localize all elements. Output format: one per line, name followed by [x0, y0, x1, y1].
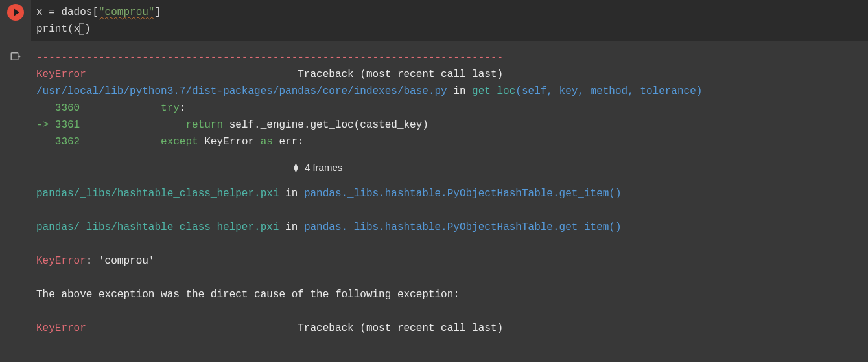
svg-rect-0: [11, 53, 18, 60]
text: :: [180, 102, 186, 114]
call-name: pandas._libs.hashtable.PyObjectHashTable…: [304, 221, 622, 233]
code-cell: x = dados["comprou"] print(x): [0, 0, 868, 41]
code-text: ]: [154, 6, 161, 18]
code-string: "comprou": [99, 6, 154, 18]
error-name: KeyError: [36, 255, 86, 267]
play-icon: [14, 8, 19, 16]
call-name: pandas._libs.hashtable.PyObjectHashTable…: [304, 188, 622, 199]
output-cell: ----------------------------------------…: [0, 49, 868, 342]
line-number-current: -> 3361: [36, 119, 80, 131]
code-text: self._engine.get_loc(casted_key): [223, 119, 428, 131]
code-text: err:: [273, 136, 304, 148]
divider-line: [36, 168, 286, 168]
source-link[interactable]: /usr/local/lib/python3.7/dist-packages/p…: [36, 85, 447, 97]
text: in: [279, 188, 303, 199]
output-area: ----------------------------------------…: [31, 49, 868, 342]
indent: [80, 119, 185, 131]
error-name: KeyError: [36, 322, 86, 334]
line-number: 3362: [36, 136, 80, 148]
divider-line: [349, 168, 824, 168]
traceback-divider: ----------------------------------------…: [36, 52, 503, 63]
function-sig: (self, key, method, tolerance): [515, 85, 702, 97]
keyword: as: [254, 136, 273, 148]
frames-count: 4 frames: [305, 159, 342, 176]
expand-collapse-icon: ▲▼: [292, 163, 299, 172]
line-number: 3360: [36, 102, 80, 114]
frames-label-group[interactable]: ▲▼4 frames: [286, 159, 349, 176]
error-name: KeyError: [36, 69, 86, 80]
code-text: x = dados[: [36, 6, 99, 18]
indent: [80, 102, 161, 114]
clear-output-icon[interactable]: [10, 51, 21, 342]
keyword: except: [161, 136, 198, 148]
traceback-label: Traceback (most recent call last): [298, 322, 503, 334]
keyword: try: [161, 102, 180, 114]
code-paren: (: [67, 23, 74, 35]
traceback-label: Traceback (most recent call last): [298, 69, 503, 80]
code-fn: print: [36, 23, 67, 35]
keyword: return: [185, 119, 223, 131]
code-editor[interactable]: x = dados["comprou"] print(x): [31, 0, 868, 41]
source-path: pandas/_libs/hashtable_class_helper.pxi: [36, 188, 279, 199]
exception-type: KeyError: [204, 136, 254, 148]
cause-text: The above exception was the direct cause…: [36, 289, 460, 300]
source-path: pandas/_libs/hashtable_class_helper.pxi: [36, 221, 279, 233]
text: in: [447, 85, 472, 97]
spacer: [86, 69, 298, 80]
run-button[interactable]: [7, 4, 24, 21]
output-gutter: [0, 49, 31, 342]
text: in: [279, 221, 303, 233]
spacer: [86, 322, 298, 334]
cell-gutter: [0, 0, 31, 41]
function-name: get_loc: [472, 85, 515, 97]
frames-toggle[interactable]: ▲▼4 frames: [36, 159, 863, 176]
space: [198, 136, 205, 148]
error-message: : 'comprou': [86, 255, 155, 267]
code-paren: ): [84, 23, 91, 35]
indent: [80, 136, 161, 148]
